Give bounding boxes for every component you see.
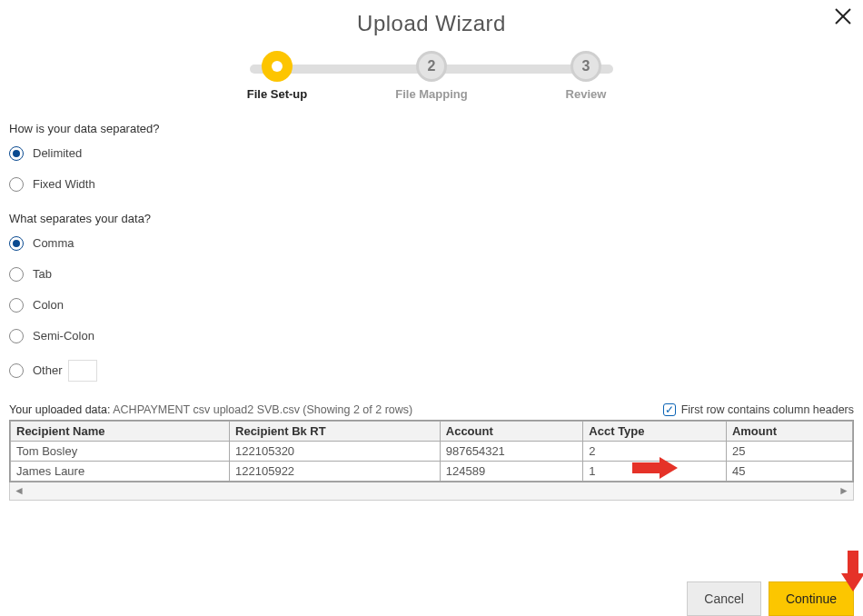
column-header[interactable]: Account <box>440 421 583 441</box>
table-cell: 124589 <box>440 461 583 481</box>
step-file-setup[interactable]: File Set-up <box>232 51 322 102</box>
radio-icon <box>9 267 24 282</box>
radio-delimited[interactable]: Delimited <box>9 146 854 161</box>
table-cell: 122105922 <box>230 461 441 481</box>
wizard-stepper: File Set-up 2 File Mapping 3 Review <box>232 51 631 102</box>
step-circle-1 <box>262 51 293 82</box>
radio-icon <box>9 298 24 313</box>
step-label-1: File Set-up <box>232 87 322 102</box>
table-cell: 1 <box>583 461 727 481</box>
radio-comma[interactable]: Comma <box>9 236 854 251</box>
question-label: What separates your data? <box>9 212 854 225</box>
radio-colon[interactable]: Colon <box>9 298 854 313</box>
question-label: How is your data separated? <box>9 122 854 135</box>
uploaded-data-prefix: Your uploaded data: <box>9 403 110 416</box>
horizontal-scrollbar[interactable]: ◄ ► <box>9 482 854 501</box>
table-row[interactable]: James Laure 122105922 124589 1 45 <box>11 461 853 481</box>
dialog-footer: Cancel Continue <box>687 581 854 616</box>
radio-icon <box>9 329 24 343</box>
table-cell: James Laure <box>11 461 230 481</box>
radio-other[interactable]: Other <box>9 360 854 382</box>
radio-label: Fixed Width <box>33 177 95 191</box>
step-review[interactable]: 3 Review <box>541 51 631 102</box>
scroll-left-icon[interactable]: ◄ <box>10 484 28 497</box>
data-separation-group: How is your data separated? Delimited Fi… <box>9 122 854 192</box>
column-header[interactable]: Acct Type <box>583 421 727 441</box>
continue-button[interactable]: Continue <box>769 581 854 616</box>
separator-group: What separates your data? Comma Tab Colo… <box>9 212 854 382</box>
radio-semicolon[interactable]: Semi-Colon <box>9 329 854 343</box>
table-cell: Tom Bosley <box>11 441 230 461</box>
uploaded-filename: ACHPAYMENT csv upload2 SVB.csv (Showing … <box>113 403 412 416</box>
close-icon <box>832 5 854 27</box>
table-cell: 987654321 <box>440 441 583 461</box>
data-preview-table: Recipient Name Recipient Bk RT Account A… <box>9 420 854 482</box>
radio-icon <box>9 363 24 378</box>
radio-label: Tab <box>33 267 52 281</box>
table-row[interactable]: Tom Bosley 122105320 987654321 2 25 <box>11 441 853 461</box>
scroll-right-icon[interactable]: ► <box>835 484 853 497</box>
table-cell: 2 <box>583 441 727 461</box>
column-header[interactable]: Amount <box>726 421 852 441</box>
radio-icon <box>9 236 24 251</box>
step-circle-2: 2 <box>416 51 447 82</box>
radio-label: Other <box>33 363 63 377</box>
close-button[interactable] <box>832 5 854 30</box>
upload-wizard-dialog: Upload Wizard File Set-up 2 File Mapping… <box>0 0 863 616</box>
step-circle-3: 3 <box>570 51 601 82</box>
radio-label: Delimited <box>33 146 82 160</box>
radio-icon <box>9 146 24 161</box>
table-header-row: Recipient Name Recipient Bk RT Account A… <box>11 421 853 441</box>
radio-fixed-width[interactable]: Fixed Width <box>9 177 854 192</box>
uploaded-data-label: Your uploaded data: ACHPAYMENT csv uploa… <box>9 403 412 416</box>
table-cell: 45 <box>726 461 852 481</box>
radio-icon <box>9 177 24 192</box>
radio-label: Comma <box>33 236 74 250</box>
radio-label: Colon <box>33 298 64 312</box>
dialog-title: Upload Wizard <box>9 11 854 36</box>
column-header[interactable]: Recipient Bk RT <box>230 421 441 441</box>
step-label-2: File Mapping <box>386 87 477 102</box>
column-header[interactable]: Recipient Name <box>11 421 230 441</box>
cancel-button[interactable]: Cancel <box>687 581 761 616</box>
checkbox-icon: ✓ <box>663 403 676 416</box>
radio-label: Semi-Colon <box>33 329 94 343</box>
radio-tab[interactable]: Tab <box>9 267 854 282</box>
step-file-mapping[interactable]: 2 File Mapping <box>386 51 477 102</box>
table-cell: 25 <box>726 441 852 461</box>
uploaded-data-header: Your uploaded data: ACHPAYMENT csv uploa… <box>9 403 854 416</box>
first-row-headers-checkbox[interactable]: ✓ First row contains column headers <box>663 403 854 416</box>
step-label-3: Review <box>541 87 631 102</box>
table-cell: 122105320 <box>230 441 441 461</box>
other-separator-input[interactable] <box>68 360 97 382</box>
checkbox-label: First row contains column headers <box>681 403 854 416</box>
